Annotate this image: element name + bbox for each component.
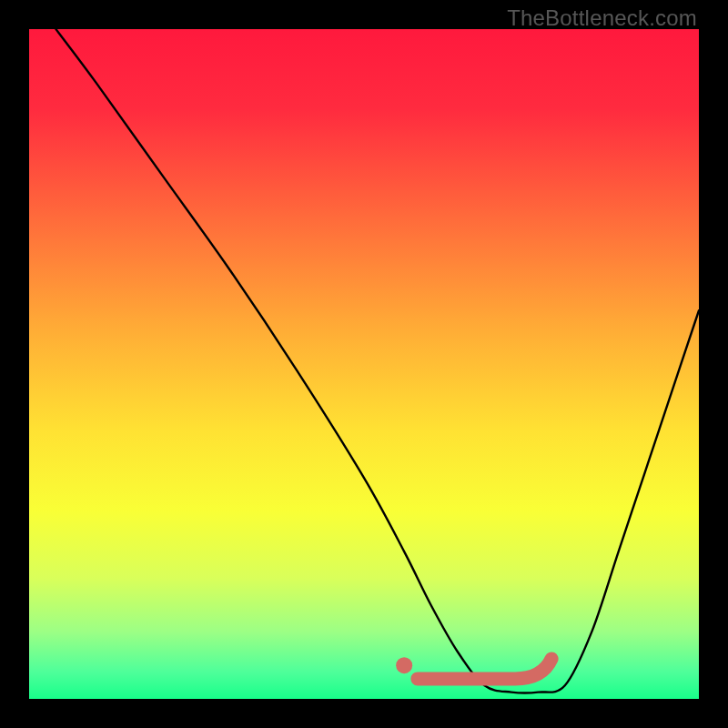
bottleneck-curve	[56, 29, 699, 693]
chart-stage: TheBottleneck.com	[0, 0, 728, 728]
watermark-text: TheBottleneck.com	[507, 5, 697, 31]
optimal-range-band	[418, 659, 551, 679]
optimal-dot-marker	[396, 657, 412, 673]
curve-layer	[29, 29, 699, 699]
plot-area	[29, 29, 699, 699]
